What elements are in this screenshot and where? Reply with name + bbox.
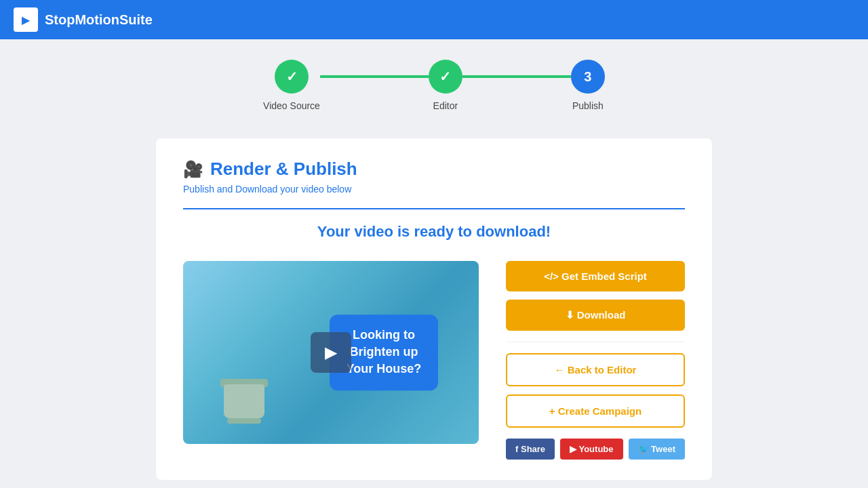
section-subtitle: Publish and Download your video below — [183, 184, 685, 195]
step-label-3: Publish — [572, 100, 604, 111]
video-preview[interactable]: Looking to Brighten up Your House? ▶ — [183, 261, 479, 444]
content-section: 🎥 Render & Publish Publish and Download … — [156, 138, 712, 480]
back-to-editor-button[interactable]: ← Back to Editor — [506, 353, 685, 386]
action-buttons: </> Get Embed Script ⬇ Download ← Back t… — [506, 261, 685, 460]
create-campaign-button[interactable]: + Create Campaign — [506, 394, 685, 428]
step-video-source: ✓ Video Source — [263, 60, 320, 111]
section-title-text: Render & Publish — [210, 159, 357, 180]
play-button[interactable]: ▶ — [311, 332, 351, 373]
content-grid: Looking to Brighten up Your House? ▶ </>… — [183, 261, 685, 460]
step-label-1: Video Source — [263, 100, 320, 111]
section-divider — [183, 208, 685, 209]
social-share: f Share ▶ Youtube 🐦 Tweet — [506, 439, 685, 460]
step-circle-1: ✓ — [275, 60, 309, 94]
main-content: ✓ Video Source ✓ Editor 3 Publish 🎥 Rend… — [0, 39, 868, 488]
get-embed-script-button[interactable]: </> Get Embed Script — [506, 261, 685, 291]
connector-2 — [462, 75, 571, 78]
stepper: ✓ Video Source ✓ Editor 3 Publish — [27, 60, 841, 111]
logo-icon — [14, 7, 38, 32]
youtube-share-button[interactable]: ▶ Youtube — [560, 439, 623, 460]
camera-icon: 🎥 — [183, 160, 203, 179]
step-circle-2: ✓ — [429, 60, 462, 94]
pot-decoration — [224, 384, 264, 424]
facebook-share-button[interactable]: f Share — [506, 439, 555, 460]
section-header: 🎥 Render & Publish — [183, 159, 685, 180]
step-label-2: Editor — [433, 100, 458, 111]
app-name: StopMotionSuite — [45, 12, 153, 28]
pot-body — [224, 384, 264, 418]
step-publish: 3 Publish — [571, 60, 605, 111]
twitter-share-button[interactable]: 🐦 Tweet — [629, 439, 686, 460]
actions-divider — [506, 342, 685, 342]
step-editor: ✓ Editor — [429, 60, 462, 111]
download-button[interactable]: ⬇ Download — [506, 300, 685, 331]
step-circle-3: 3 — [571, 60, 605, 94]
connector-1 — [320, 75, 429, 78]
ready-message: Your video is ready to download! — [183, 223, 685, 241]
logo: StopMotionSuite — [14, 7, 153, 32]
pot-base — [227, 418, 261, 424]
video-thumbnail: Looking to Brighten up Your House? ▶ — [183, 261, 479, 444]
header: StopMotionSuite — [0, 0, 868, 39]
